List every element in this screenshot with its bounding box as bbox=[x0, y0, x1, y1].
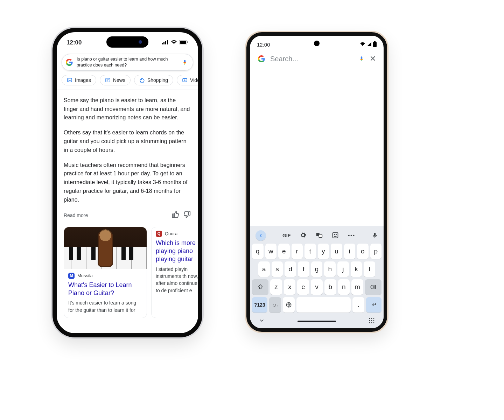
answer-para-3: Music teachers often recommend that begi… bbox=[64, 161, 191, 204]
battery-icon bbox=[179, 39, 188, 46]
key-l[interactable]: l bbox=[364, 261, 375, 277]
svg-point-28 bbox=[373, 320, 374, 321]
quora-favicon: Q bbox=[156, 231, 162, 237]
svg-rect-15 bbox=[374, 41, 376, 42]
chip-news[interactable]: News bbox=[100, 75, 131, 85]
key-j[interactable]: j bbox=[337, 261, 349, 277]
svg-point-29 bbox=[369, 322, 370, 323]
shopping-icon bbox=[139, 77, 145, 83]
key-u[interactable]: u bbox=[331, 244, 342, 259]
svg-rect-0 bbox=[162, 43, 163, 44]
wifi-icon bbox=[171, 39, 177, 46]
period-key[interactable]: . bbox=[352, 297, 364, 313]
key-d[interactable]: d bbox=[285, 261, 296, 277]
shift-key[interactable] bbox=[252, 279, 268, 295]
collapse-keyboard-button[interactable] bbox=[259, 318, 265, 325]
pixel-device: 12:00 Search... ✕ GIF ••• bbox=[246, 32, 387, 332]
videos-icon bbox=[182, 77, 188, 83]
clear-search-button[interactable]: ✕ bbox=[370, 54, 376, 63]
svg-rect-5 bbox=[180, 41, 186, 44]
svg-rect-16 bbox=[373, 42, 377, 47]
emoji-key[interactable]: ☺, bbox=[269, 297, 281, 313]
key-k[interactable]: k bbox=[351, 261, 362, 277]
spacebar-key[interactable] bbox=[296, 297, 351, 313]
keyboard: GIF ••• qwertyuiop asdfghjkl zxcvbnm ?12… bbox=[250, 226, 384, 328]
thumbs-up-button[interactable] bbox=[172, 211, 179, 220]
voice-search-icon[interactable] bbox=[182, 58, 188, 66]
translate-icon[interactable] bbox=[316, 232, 323, 240]
key-g[interactable]: g bbox=[311, 261, 323, 277]
key-b[interactable]: b bbox=[324, 279, 336, 295]
google-logo-icon bbox=[258, 54, 265, 63]
key-c[interactable]: c bbox=[297, 279, 309, 295]
key-x[interactable]: x bbox=[284, 279, 296, 295]
result-cards: MMussila What's Easier to Learn Piano or… bbox=[57, 222, 198, 318]
svg-rect-1 bbox=[163, 42, 164, 44]
key-z[interactable]: z bbox=[270, 279, 282, 295]
chip-videos[interactable]: Vide bbox=[177, 75, 198, 85]
key-m[interactable]: m bbox=[351, 279, 363, 295]
search-bar[interactable]: Is piano or guitar easier to learn and h… bbox=[62, 54, 193, 71]
read-more-link[interactable]: Read more bbox=[64, 212, 88, 218]
key-f[interactable]: f bbox=[298, 261, 309, 277]
key-a[interactable]: a bbox=[258, 261, 270, 277]
backspace-key[interactable] bbox=[365, 279, 382, 295]
result-card-mussila[interactable]: MMussila What's Easier to Learn Piano or… bbox=[64, 227, 147, 318]
chip-label: Shopping bbox=[147, 77, 168, 83]
language-key[interactable] bbox=[283, 297, 295, 313]
svg-point-31 bbox=[373, 322, 374, 323]
card-source: Quora bbox=[165, 231, 177, 236]
images-icon bbox=[67, 77, 72, 83]
key-h[interactable]: h bbox=[324, 261, 336, 277]
mussila-favicon: M bbox=[68, 273, 75, 279]
key-t[interactable]: t bbox=[304, 244, 316, 259]
key-n[interactable]: n bbox=[338, 279, 350, 295]
svg-point-20 bbox=[334, 234, 335, 235]
card-title: Which is more playing piano playing guit… bbox=[152, 238, 198, 266]
chip-images[interactable]: Images bbox=[62, 75, 96, 85]
search-query-text: Is piano or guitar easier to learn and h… bbox=[77, 56, 178, 68]
chip-shopping[interactable]: Shopping bbox=[134, 75, 173, 85]
search-bar[interactable]: Search... ✕ bbox=[250, 51, 384, 66]
answer-para-1: Some say the piano is easier to learn, a… bbox=[64, 96, 191, 122]
svg-point-23 bbox=[369, 318, 370, 319]
chip-label: News bbox=[113, 77, 125, 83]
key-r[interactable]: r bbox=[292, 244, 303, 259]
iphone-device: 12:00 Is piano or guitar easier to learn… bbox=[52, 28, 202, 337]
key-p[interactable]: p bbox=[370, 244, 382, 259]
key-i[interactable]: i bbox=[344, 244, 356, 259]
news-icon bbox=[105, 77, 111, 83]
settings-icon[interactable] bbox=[300, 232, 307, 240]
svg-rect-3 bbox=[167, 40, 168, 44]
key-s[interactable]: s bbox=[272, 261, 283, 277]
keyboard-grid-icon[interactable] bbox=[369, 318, 374, 325]
mic-icon[interactable] bbox=[372, 232, 378, 239]
key-o[interactable]: o bbox=[357, 244, 369, 259]
gif-button[interactable]: GIF bbox=[282, 233, 290, 238]
symbols-key[interactable]: ?123 bbox=[252, 297, 267, 313]
key-v[interactable]: v bbox=[311, 279, 323, 295]
svg-rect-18 bbox=[319, 234, 322, 237]
cellular-icon bbox=[162, 39, 169, 46]
voice-search-icon[interactable] bbox=[358, 55, 365, 63]
key-e[interactable]: e bbox=[278, 244, 290, 259]
front-camera bbox=[314, 41, 320, 46]
enter-key[interactable] bbox=[366, 297, 382, 313]
svg-point-25 bbox=[373, 318, 374, 319]
result-card-quora[interactable]: QQuora Which is more playing piano playi… bbox=[151, 227, 198, 318]
svg-rect-2 bbox=[165, 41, 166, 44]
svg-point-8 bbox=[69, 79, 69, 80]
svg-rect-19 bbox=[333, 232, 338, 238]
filter-chips: Images News Shopping Vide bbox=[57, 74, 198, 90]
key-w[interactable]: w bbox=[265, 244, 277, 259]
svg-point-24 bbox=[371, 318, 372, 319]
thumbs-down-button[interactable] bbox=[183, 211, 191, 220]
more-icon[interactable]: ••• bbox=[348, 233, 355, 238]
key-y[interactable]: y bbox=[318, 244, 329, 259]
sticker-icon[interactable] bbox=[332, 232, 339, 240]
collapse-toolbar-button[interactable] bbox=[255, 230, 266, 241]
key-q[interactable]: q bbox=[252, 244, 264, 259]
home-handle[interactable] bbox=[298, 321, 336, 322]
card-source: Mussila bbox=[77, 273, 93, 278]
search-placeholder: Search... bbox=[270, 55, 354, 63]
